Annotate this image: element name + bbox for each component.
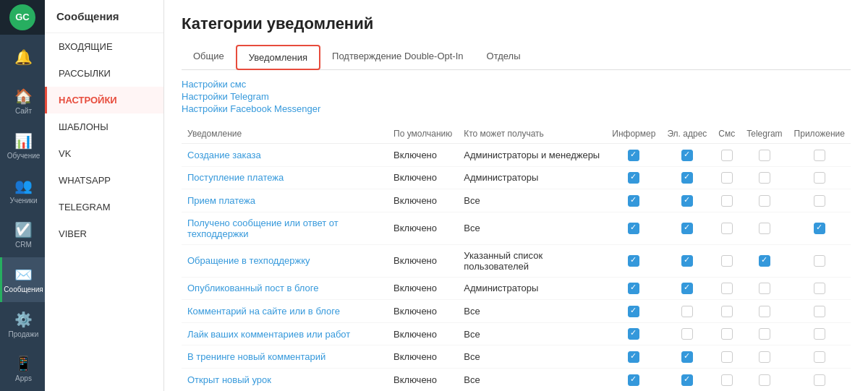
settings-links: Настройки смс Настройки Telegram Настрой… (182, 79, 851, 114)
default-cell: Включено (388, 277, 458, 300)
table-row: Комментарий на сайте или в блогеВключено… (182, 300, 851, 323)
notification-link[interactable]: Создание заказа (187, 150, 261, 160)
tab-notifications[interactable]: Уведомления (236, 45, 320, 70)
tab-general[interactable]: Общие (182, 45, 236, 70)
who-receives-cell: Администраторы (458, 166, 606, 189)
gc-logo: GC (9, 4, 35, 30)
phone-icon: 📱 (14, 355, 33, 372)
who-receives-cell: Все (458, 322, 606, 345)
table-row: Опубликованный пост в блогеВключеноАдмин… (182, 277, 851, 300)
who-receives-cell: Все (458, 345, 606, 369)
default-cell: Включено (388, 212, 458, 244)
default-cell: Включено (388, 322, 458, 345)
who-receives-cell: Указанный список пользователей (458, 244, 606, 277)
sidebar-item-viber[interactable]: VIBER (45, 220, 163, 247)
tabs-container: Общие Уведомления Подтверждение Double-O… (182, 45, 851, 70)
default-cell: Включено (388, 166, 458, 189)
telegram-settings-link[interactable]: Настройки Telegram (182, 91, 851, 102)
nav-students-label: Ученики (9, 197, 37, 205)
nav-students[interactable]: 👥 Ученики (0, 168, 45, 213)
default-cell: Включено (388, 368, 458, 391)
nav-site[interactable]: 🏠 Сайт (0, 79, 45, 124)
logo-container: GC (0, 0, 45, 35)
mail-icon: ✉️ (14, 266, 33, 283)
notification-link[interactable]: Открыт новый урок (187, 374, 271, 385)
gear-icon: ⚙️ (14, 311, 33, 328)
table-row: Создание заказаВключеноАдминистраторы и … (182, 144, 851, 167)
notification-link[interactable]: Опубликованный пост в блоге (187, 283, 319, 293)
check-icon: ☑️ (14, 221, 33, 239)
col-app: Приложение (788, 124, 851, 144)
nav-learning-label: Обучение (7, 152, 41, 160)
notification-link[interactable]: Получено сообщение или ответ от техподде… (187, 218, 339, 239)
nav-messages[interactable]: ✉️ Сообщения (0, 257, 45, 302)
notification-link[interactable]: Обращение в техподдержку (187, 255, 310, 266)
users-icon: 👥 (14, 177, 33, 194)
who-receives-cell: Администраторы и менеджеры (458, 144, 606, 167)
table-row: Лайк ваших комментариев или работВключен… (182, 322, 851, 345)
notifications-table: Уведомление По умолчанию Кто может получ… (182, 124, 851, 391)
sidebar: Сообщения ВХОДЯЩИЕ РАССЫЛКИ НАСТРОЙКИ ША… (45, 0, 164, 391)
sidebar-item-incoming[interactable]: ВХОДЯЩИЕ (45, 33, 163, 60)
nav-sales[interactable]: ⚙️ Продажи (0, 302, 45, 347)
who-receives-cell: Все (458, 300, 606, 323)
col-sms: Смс (712, 124, 741, 144)
icon-navigation-bar: GC 🔔 🏠 Сайт 📊 Обучение 👥 Ученики ☑️ CRM … (0, 0, 45, 391)
default-cell: Включено (388, 144, 458, 167)
sidebar-title: Сообщения (45, 0, 163, 33)
sidebar-item-telegram[interactable]: TELEGRAM (45, 194, 163, 220)
who-receives-cell: Все (458, 189, 606, 212)
notification-link[interactable]: В тренинге новый комментарий (187, 351, 326, 362)
who-receives-cell: Все (458, 212, 606, 244)
who-receives-cell: Все (458, 368, 606, 391)
nav-crm-label: CRM (15, 241, 32, 249)
default-cell: Включено (388, 300, 458, 323)
notification-link[interactable]: Лайк ваших комментариев или работ (187, 329, 350, 340)
table-row: В тренинге новый комментарийВключеноВсе (182, 345, 851, 369)
table-row: Прием платежаВключеноВсе (182, 189, 851, 212)
notification-link[interactable]: Поступление платежа (187, 172, 284, 183)
nav-sales-label: Продажи (9, 330, 39, 338)
sidebar-item-mailings[interactable]: РАССЫЛКИ (45, 60, 163, 87)
table-row: Открыт новый урокВключеноВсе (182, 368, 851, 391)
notification-link[interactable]: Прием платежа (187, 195, 255, 206)
page-title: Категории уведомлений (182, 14, 851, 33)
col-who-receives: Кто может получать (458, 124, 606, 144)
fb-settings-link[interactable]: Настройки Facebook Messenger (182, 103, 851, 114)
col-informer: Информер (606, 124, 661, 144)
table-row: Обращение в техподдержкуВключеноУказанны… (182, 244, 851, 277)
sidebar-item-vk[interactable]: VK (45, 140, 163, 167)
tab-double-opt-in[interactable]: Подтверждение Double-Opt-In (320, 45, 475, 70)
col-notification: Уведомление (182, 124, 388, 144)
main-content: Категории уведомлений Общие Уведомления … (164, 0, 868, 391)
nav-messages-label: Сообщения (4, 285, 43, 293)
default-cell: Включено (388, 345, 458, 369)
nav-crm[interactable]: ☑️ CRM (0, 212, 45, 257)
sidebar-item-settings[interactable]: НАСТРОЙКИ (45, 87, 163, 113)
home-icon: 🏠 (14, 87, 33, 105)
table-row: Поступление платежаВключеноАдминистратор… (182, 166, 851, 189)
nav-site-label: Сайт (15, 107, 32, 115)
nav-learning[interactable]: 📊 Обучение (0, 124, 45, 168)
tab-departments[interactable]: Отделы (475, 45, 532, 70)
chart-icon: 📊 (14, 132, 33, 150)
col-telegram: Telegram (741, 124, 788, 144)
sidebar-item-templates[interactable]: ШАБЛОНЫ (45, 113, 163, 140)
nav-sound[interactable]: 🔔 (0, 35, 45, 80)
who-receives-cell: Администраторы (458, 277, 606, 300)
col-email: Эл. адрес (661, 124, 712, 144)
nav-apps-label: Apps (15, 374, 32, 382)
table-row: Получено сообщение или ответ от техподде… (182, 212, 851, 244)
col-default: По умолчанию (388, 124, 458, 144)
notification-link[interactable]: Комментарий на сайте или в блоге (187, 306, 340, 317)
sms-settings-link[interactable]: Настройки смс (182, 79, 851, 90)
sound-icon: 🔔 (14, 48, 33, 66)
sidebar-item-whatsapp[interactable]: WHATSAPP (45, 167, 163, 194)
default-cell: Включено (388, 189, 458, 212)
nav-apps[interactable]: 📱 Apps (0, 346, 45, 391)
default-cell: Включено (388, 244, 458, 277)
